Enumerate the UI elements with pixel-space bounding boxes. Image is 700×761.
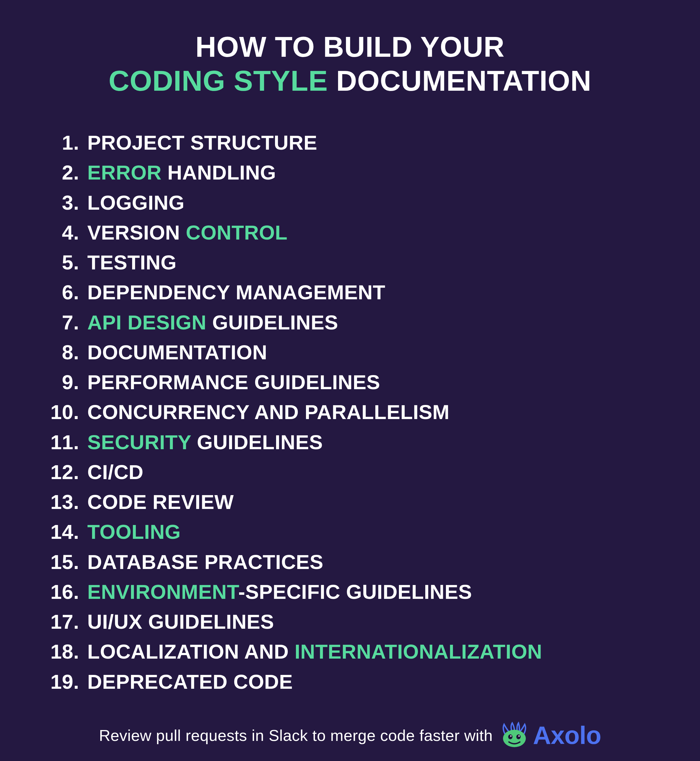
item-number: 11 — [35, 427, 73, 457]
title-line2-rest: DOCUMENTATION — [328, 65, 592, 97]
item-dot: . — [73, 158, 79, 187]
svg-point-4 — [519, 736, 520, 737]
item-text: TESTING — [87, 248, 673, 277]
item-text-plain: HANDLING — [162, 161, 276, 184]
item-text-accent: ERROR — [87, 161, 161, 184]
item-text: PERFORMANCE GUIDELINES — [87, 367, 673, 397]
item-text: PROJECT STRUCTURE — [87, 128, 673, 158]
item-text-plain: CONCURRENCY AND PARALLELISM — [87, 401, 450, 423]
brand-logo-group: Axolo — [501, 721, 601, 750]
item-text: API DESIGN GUIDELINES — [87, 307, 673, 337]
item-dot: . — [73, 337, 79, 367]
item-dot: . — [73, 248, 79, 277]
item-dot: . — [73, 128, 79, 158]
item-dot: . — [73, 636, 79, 666]
item-text-plain: GUIDELINES — [206, 311, 338, 334]
item-dot: . — [73, 397, 79, 427]
item-text-accent: CONTROL — [186, 221, 288, 244]
item-dot: . — [73, 218, 79, 248]
item-number: 12 — [35, 457, 73, 487]
title-line1: HOW TO BUILD YOUR — [195, 31, 505, 63]
list-item: 18.LOCALIZATION AND INTERNATIONALIZATION — [35, 636, 673, 666]
list-item: 7.API DESIGN GUIDELINES — [35, 307, 673, 337]
list-item: 5.TESTING — [35, 248, 673, 277]
item-text-accent: SECURITY — [87, 431, 191, 454]
list-item: 19.DEPRECATED CODE — [35, 667, 673, 697]
item-number: 8 — [35, 337, 73, 367]
item-text-plain: DEPENDENCY MANAGEMENT — [87, 281, 385, 304]
axolo-icon — [501, 722, 528, 749]
item-number: 6 — [35, 277, 73, 307]
svg-point-0 — [503, 730, 526, 747]
item-number: 19 — [35, 667, 73, 697]
item-text-plain: DOCUMENTATION — [87, 341, 267, 364]
item-number: 10 — [35, 397, 73, 427]
item-dot: . — [73, 277, 79, 307]
item-number: 18 — [35, 636, 73, 666]
item-text-plain: TESTING — [87, 251, 177, 274]
item-text: VERSION CONTROL — [87, 218, 673, 248]
item-text-plain: DATABASE PRACTICES — [87, 550, 323, 573]
item-number: 4 — [35, 218, 73, 248]
list-item: 14.TOOLING — [35, 517, 673, 547]
item-text-accent: API DESIGN — [87, 311, 206, 334]
list-item: 1.PROJECT STRUCTURE — [35, 128, 673, 158]
item-text-plain: LOCALIZATION AND — [87, 640, 295, 663]
item-dot: . — [73, 427, 79, 457]
item-text-plain: -SPECIFIC GUIDELINES — [238, 580, 472, 603]
svg-point-3 — [510, 736, 512, 737]
item-number: 3 — [35, 188, 73, 218]
item-text: CI/CD — [87, 457, 673, 487]
item-text-accent: ENVIRONMENT — [87, 580, 238, 603]
item-dot: . — [73, 607, 79, 636]
item-dot: . — [73, 547, 79, 577]
item-text: DOCUMENTATION — [87, 337, 673, 367]
item-text-accent: TOOLING — [87, 520, 181, 543]
item-number: 9 — [35, 367, 73, 397]
item-dot: . — [73, 188, 79, 218]
list-item: 8.DOCUMENTATION — [35, 337, 673, 367]
item-dot: . — [73, 307, 79, 337]
topic-list: 1.PROJECT STRUCTURE2.ERROR HANDLING3.LOG… — [27, 128, 673, 697]
item-text-plain: CODE REVIEW — [87, 491, 234, 513]
item-text-plain: CI/CD — [87, 461, 144, 483]
list-item: 4.VERSION CONTROL — [35, 218, 673, 248]
list-item: 6.DEPENDENCY MANAGEMENT — [35, 277, 673, 307]
item-text: DEPRECATED CODE — [87, 667, 673, 697]
item-number: 16 — [35, 577, 73, 607]
list-item: 2.ERROR HANDLING — [35, 158, 673, 187]
item-dot: . — [73, 667, 79, 697]
item-text: ERROR HANDLING — [87, 158, 673, 187]
item-text: CONCURRENCY AND PARALLELISM — [87, 397, 673, 427]
item-text-plain: VERSION — [87, 221, 186, 244]
item-number: 17 — [35, 607, 73, 636]
item-text-plain: LOGGING — [87, 191, 184, 214]
brand-name: Axolo — [533, 721, 601, 750]
item-text: TOOLING — [87, 517, 673, 547]
item-text-plain: PROJECT STRUCTURE — [87, 131, 317, 154]
item-number: 13 — [35, 487, 73, 517]
item-text: LOCALIZATION AND INTERNATIONALIZATION — [87, 636, 673, 666]
item-text-plain: DEPRECATED CODE — [87, 670, 293, 693]
svg-point-1 — [508, 734, 512, 739]
page-title: HOW TO BUILD YOUR CODING STYLE DOCUMENTA… — [27, 30, 673, 98]
item-text-accent: INTERNATIONALIZATION — [295, 640, 542, 663]
list-item: 13.CODE REVIEW — [35, 487, 673, 517]
list-item: 15.DATABASE PRACTICES — [35, 547, 673, 577]
item-dot: . — [73, 517, 79, 547]
item-text-plain: GUIDELINES — [191, 431, 323, 454]
title-line2-accent: CODING STYLE — [109, 65, 328, 97]
item-number: 14 — [35, 517, 73, 547]
list-item: 11.SECURITY GUIDELINES — [35, 427, 673, 457]
item-dot: . — [73, 487, 79, 517]
svg-point-2 — [516, 734, 521, 739]
footer-text: Review pull requests in Slack to merge c… — [99, 726, 493, 744]
list-item: 9.PERFORMANCE GUIDELINES — [35, 367, 673, 397]
list-item: 10.CONCURRENCY AND PARALLELISM — [35, 397, 673, 427]
list-item: 12.CI/CD — [35, 457, 673, 487]
item-text: DEPENDENCY MANAGEMENT — [87, 277, 673, 307]
item-text: LOGGING — [87, 188, 673, 218]
item-dot: . — [73, 367, 79, 397]
item-text-plain: PERFORMANCE GUIDELINES — [87, 371, 380, 393]
item-dot: . — [73, 457, 79, 487]
